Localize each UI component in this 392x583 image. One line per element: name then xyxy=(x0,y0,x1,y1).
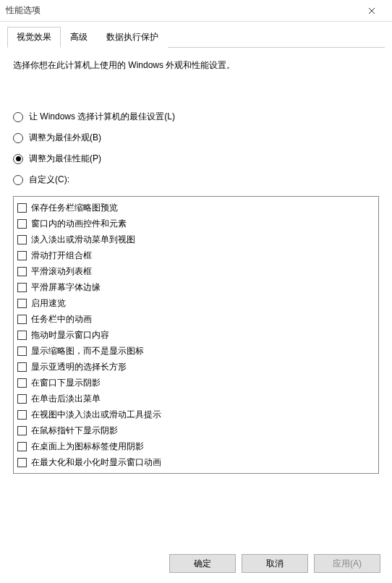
checkbox-icon xyxy=(17,394,27,404)
checkbox-label: 保存任务栏缩略图预览 xyxy=(31,201,118,214)
checkbox-label: 平滑屏幕字体边缘 xyxy=(31,281,101,294)
radio-label: 调整为最佳外观(B) xyxy=(29,132,101,144)
checkbox-icon xyxy=(17,251,27,260)
checkbox-item[interactable]: 平滑滚动列表框 xyxy=(17,263,375,279)
checkbox-item[interactable]: 保存任务栏缩略图预览 xyxy=(17,200,375,216)
radio-best-performance[interactable]: 调整为最佳性能(P) xyxy=(13,148,379,169)
checkbox-icon xyxy=(17,346,27,356)
radio-icon xyxy=(13,112,23,122)
tab-visual-effects[interactable]: 视觉效果 xyxy=(7,27,61,48)
tab-label: 高级 xyxy=(70,32,88,42)
dialog-buttons: 确定 取消 应用(A) xyxy=(7,545,385,576)
checkbox-label: 在鼠标指针下显示阴影 xyxy=(31,424,118,437)
checkbox-icon xyxy=(17,442,27,451)
close-icon xyxy=(368,7,375,14)
checkbox-label: 平滑滚动列表框 xyxy=(31,265,92,278)
button-label: 应用(A) xyxy=(333,558,362,570)
checkbox-label: 在窗口下显示阴影 xyxy=(31,376,101,389)
button-label: 确定 xyxy=(194,558,211,570)
tab-dep[interactable]: 数据执行保护 xyxy=(97,27,168,48)
close-button[interactable] xyxy=(357,1,386,21)
checkbox-label: 在桌面上为图标标签使用阴影 xyxy=(31,440,144,453)
button-label: 取消 xyxy=(266,558,284,570)
titlebar: 性能选项 xyxy=(0,0,392,22)
checkbox-icon xyxy=(17,362,27,372)
tab-label: 视觉效果 xyxy=(17,32,51,42)
cancel-button[interactable]: 取消 xyxy=(242,554,308,573)
checkbox-item[interactable]: 在最大化和最小化时显示窗口动画 xyxy=(17,454,375,470)
visual-options-list[interactable]: 保存任务栏缩略图预览窗口内的动画控件和元素淡入淡出或滑动菜单到视图滑动打开组合框… xyxy=(13,196,379,474)
tab-strip: 视觉效果 高级 数据执行保护 xyxy=(7,26,385,48)
checkbox-item[interactable]: 拖动时显示窗口内容 xyxy=(17,327,375,343)
checkbox-item[interactable]: 淡入淡出或滑动菜单到视图 xyxy=(17,231,375,247)
radio-label: 调整为最佳性能(P) xyxy=(29,153,101,165)
checkbox-icon xyxy=(17,203,27,213)
checkbox-icon xyxy=(17,426,27,435)
radio-icon xyxy=(13,133,23,143)
tab-body: 选择你想在此计算机上使用的 Windows 外观和性能设置。 让 Windows… xyxy=(7,58,385,545)
apply-button[interactable]: 应用(A) xyxy=(314,554,380,573)
checkbox-icon xyxy=(17,331,27,340)
checkbox-label: 任务栏中的动画 xyxy=(31,312,92,325)
checkbox-label: 窗口内的动画控件和元素 xyxy=(31,217,127,230)
checkbox-icon xyxy=(17,315,27,324)
radio-let-windows-choose[interactable]: 让 Windows 选择计算机的最佳设置(L) xyxy=(13,106,379,127)
checkbox-label: 在视图中淡入淡出或滑动工具提示 xyxy=(31,408,161,421)
checkbox-item[interactable]: 在单击后淡出菜单 xyxy=(17,391,375,407)
checkbox-item[interactable]: 显示亚透明的选择长方形 xyxy=(17,359,375,375)
checkbox-label: 显示缩略图，而不是显示图标 xyxy=(31,344,144,357)
checkbox-icon xyxy=(17,410,27,420)
checkbox-item[interactable]: 启用速览 xyxy=(17,295,375,311)
checkbox-label: 滑动打开组合框 xyxy=(31,249,92,262)
checkbox-icon xyxy=(17,267,27,276)
checkbox-icon xyxy=(17,283,27,292)
checkbox-item[interactable]: 显示缩略图，而不是显示图标 xyxy=(17,343,375,359)
checkbox-label: 显示亚透明的选择长方形 xyxy=(31,360,127,373)
radio-group: 让 Windows 选择计算机的最佳设置(L) 调整为最佳外观(B) 调整为最佳… xyxy=(13,106,379,190)
ok-button[interactable]: 确定 xyxy=(169,554,236,573)
dialog-content: 视觉效果 高级 数据执行保护 选择你想在此计算机上使用的 Windows 外观和… xyxy=(0,22,392,583)
radio-best-appearance[interactable]: 调整为最佳外观(B) xyxy=(13,127,379,148)
radio-label: 自定义(C): xyxy=(29,174,69,186)
checkbox-item[interactable]: 在视图中淡入淡出或滑动工具提示 xyxy=(17,407,375,422)
description-text: 选择你想在此计算机上使用的 Windows 外观和性能设置。 xyxy=(13,59,379,72)
radio-custom[interactable]: 自定义(C): xyxy=(13,169,379,190)
checkbox-icon xyxy=(17,235,27,244)
checkbox-item[interactable]: 在鼠标指针下显示阴影 xyxy=(17,422,375,438)
checkbox-item[interactable]: 在窗口下显示阴影 xyxy=(17,375,375,391)
window-title: 性能选项 xyxy=(6,4,357,17)
checkbox-item[interactable]: 滑动打开组合框 xyxy=(17,247,375,263)
checkbox-icon xyxy=(17,378,27,388)
checkbox-label: 在单击后淡出菜单 xyxy=(31,392,101,405)
radio-label: 让 Windows 选择计算机的最佳设置(L) xyxy=(29,111,175,123)
checkbox-item[interactable]: 窗口内的动画控件和元素 xyxy=(17,216,375,231)
checkbox-item[interactable]: 任务栏中的动画 xyxy=(17,311,375,327)
checkbox-icon xyxy=(17,299,27,308)
checkbox-item[interactable]: 在桌面上为图标标签使用阴影 xyxy=(17,438,375,454)
checkbox-label: 启用速览 xyxy=(31,297,66,310)
checkbox-icon xyxy=(17,458,27,467)
checkbox-label: 淡入淡出或滑动菜单到视图 xyxy=(31,233,135,246)
tab-label: 数据执行保护 xyxy=(106,32,158,42)
checkbox-item[interactable]: 平滑屏幕字体边缘 xyxy=(17,279,375,295)
checkbox-label: 拖动时显示窗口内容 xyxy=(31,328,109,341)
checkbox-icon xyxy=(17,219,27,229)
tab-advanced[interactable]: 高级 xyxy=(61,27,97,48)
radio-icon xyxy=(13,175,23,185)
radio-icon xyxy=(13,154,23,164)
checkbox-label: 在最大化和最小化时显示窗口动画 xyxy=(31,456,161,469)
